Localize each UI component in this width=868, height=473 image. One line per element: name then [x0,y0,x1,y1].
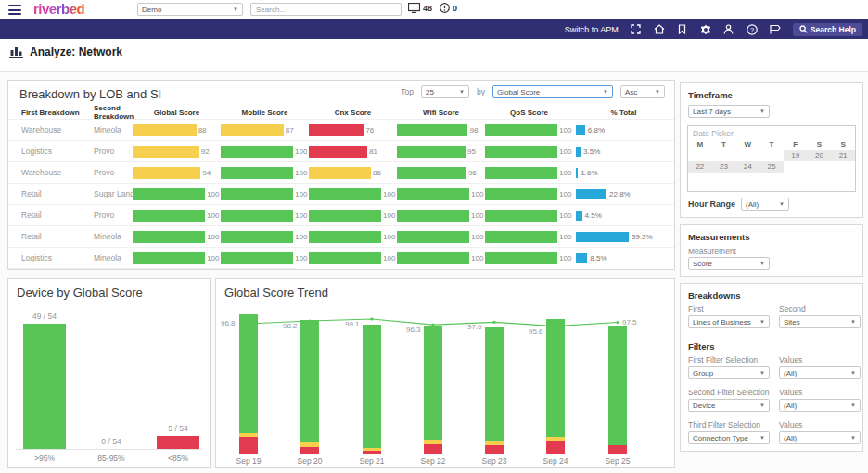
chevron-down-icon: ▼ [760,435,765,441]
search-icon [799,25,808,33]
calendar-day[interactable]: 22 [688,161,712,173]
table-row[interactable]: RetailMineola10010010010010039.3% [8,225,674,247]
device-chart: 49 / 54>95%0 / 5485-95%5 / 54<85% [8,279,210,467]
gear-icon[interactable] [700,24,711,35]
user-icon[interactable] [723,24,734,35]
trend-stacked-bar[interactable] [239,314,258,454]
timeframe-select[interactable]: Last 7 days▼ [688,105,770,118]
calendar-day-header: S [831,139,855,150]
calendar-day[interactable]: 25 [760,161,784,173]
trend-stacked-bar[interactable] [424,326,442,454]
chevron-down-icon: ▼ [655,89,660,95]
page-header: Analyze: Network [9,45,122,58]
device-count-indicator[interactable]: 48 [408,3,432,13]
filter-values: Values(All)▼ [779,420,861,444]
filter-values-select[interactable]: (All)▼ [779,431,861,444]
trend-stacked-bar[interactable] [608,326,627,454]
second-breakdown-cell: Mineola [94,232,133,241]
table-row[interactable]: LogisticsMineola1001001001001008.5% [8,247,674,268]
trend-segment-green [485,327,504,441]
first-breakdown-select[interactable]: Lines of Business▼ [688,315,770,328]
filter-selection-select[interactable]: Connection Type▼ [688,431,770,444]
calendar-day[interactable]: 19 [784,150,808,161]
filter-selection-select[interactable]: Device▼ [688,399,770,412]
score-value: 81 [369,147,377,156]
trend-stacked-bar[interactable] [546,319,565,454]
total-bar [576,125,585,135]
trend-segment-red [300,447,319,454]
search-help-button[interactable]: Search Help [793,23,862,36]
environment-select[interactable]: Demo▼ [137,3,243,16]
score-cell: 100 [309,252,397,264]
score-value: 100 [295,233,307,241]
calendar-empty-cell [808,161,832,173]
trend-segment-green [608,326,627,445]
calendar-day[interactable]: 24 [735,161,760,173]
calendar-day[interactable]: 20 [808,150,832,161]
measurement-select[interactable]: Score▼ [688,257,770,270]
filter-selection-select[interactable]: Group▼ [688,366,770,379]
top-count-select[interactable]: 25▼ [421,85,469,98]
sort-field-select[interactable]: Global Score▼ [492,85,613,98]
calendar-day-header: S [808,139,832,150]
trend-stacked-bar[interactable] [363,325,381,454]
help-icon[interactable]: ? [747,24,758,35]
table-row[interactable]: WarehouseProvo9410086961001.6% [8,161,674,183]
search-input[interactable] [250,3,402,16]
device-chart-value-label: 0 / 54 [83,437,139,446]
score-value: 100 [471,190,483,198]
device-score-panel: Device by Global Score 49 / 54>95%0 / 54… [7,278,211,468]
switch-to-apm-link[interactable]: Switch to APM [565,25,619,34]
score-bar [309,146,367,158]
second-breakdown-select[interactable]: Sites▼ [779,315,861,328]
filter-selection-label: First Filter Selection [688,355,770,364]
score-value: 92 [201,147,210,156]
menu-icon[interactable] [8,5,21,15]
alert-count-indicator[interactable]: 0 [440,3,457,13]
device-chart-bar[interactable] [23,324,66,449]
trend-stacked-bar[interactable] [485,327,504,454]
table-row[interactable]: RetailSugar Land10010010010010022.8% [8,183,674,204]
environment-select-value: Demo [142,6,161,14]
expand-icon[interactable] [631,24,642,35]
calendar-day[interactable]: 21 [831,150,855,161]
device-chart-bar[interactable] [157,436,199,449]
hour-range-label: Hour Range [688,199,735,209]
page-title-prefix: Analyze: [30,45,75,58]
table-row[interactable]: RetailProvo1001001001001004.5% [8,204,674,225]
bookmark-icon[interactable] [677,24,688,35]
score-cell: 100 [485,146,573,158]
feedback-flag-icon[interactable] [770,24,781,35]
device-count: 48 [423,4,432,13]
trend-segment-red [424,444,442,454]
score-cell: 94 [133,167,221,179]
calendar-day[interactable]: 23 [712,161,736,173]
table-row[interactable]: WarehouseMineola888776981006.8% [8,119,674,140]
score-value: 100 [383,254,395,262]
trend-line-value-label: 97.6 [467,323,482,331]
timeframe-title: Timeframe [688,90,733,100]
table-body: WarehouseMineola888776981006.8%Logistics… [8,119,674,279]
trend-segment-green [239,314,258,433]
breakdowns-filters-panel: Breakdowns First Lines of Business▼ Seco… [680,283,863,452]
score-bar [133,167,200,179]
breakdown-panel-title: Breakdown by LOB and SI [19,87,161,101]
filter-values-select[interactable]: (All)▼ [779,399,861,412]
home-icon[interactable] [654,24,665,35]
chevron-down-icon: ▼ [850,435,856,441]
score-value: 100 [207,233,219,241]
page-title: Analyze: Network [30,45,122,58]
device-chart-x-label: >95% [17,454,72,463]
table-row[interactable]: LogisticsProvo9210081951003.5% [8,140,674,161]
sort-order-select[interactable]: Asc▼ [620,85,665,98]
trend-stacked-bar[interactable] [300,320,319,454]
chevron-down-icon: ▼ [603,89,608,95]
hour-range-select[interactable]: (All)▼ [741,198,789,211]
filter-values-select[interactable]: (All)▼ [779,366,861,379]
trend-x-label: Sep 19 [225,456,272,466]
chevron-down-icon: ▼ [760,109,765,114]
total-bar [576,147,581,157]
filter-selection-label: Third Filter Selection [688,420,770,429]
score-value: 100 [559,147,571,156]
first-breakdown-cell: Retail [8,232,94,241]
